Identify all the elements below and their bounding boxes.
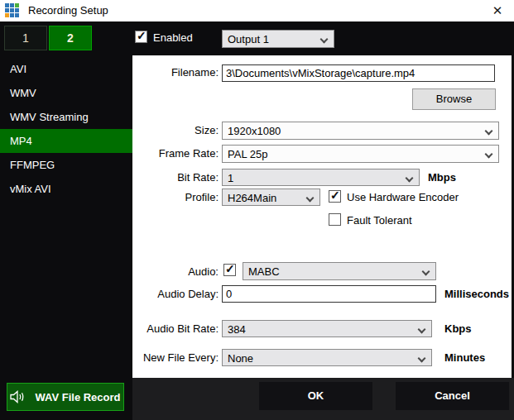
use-hardware-encoder-checkbox[interactable]	[329, 190, 341, 203]
audio-delay-label: Audio Delay:	[132, 288, 219, 300]
title-bar: Recording Setup ✕	[0, 0, 514, 21]
settings-panel: Filename: Browse Size: 1920x1080 Frame R…	[132, 55, 512, 378]
chevron-down-icon	[422, 268, 430, 276]
chevron-down-icon	[406, 174, 414, 183]
sidebar-item-ffmpeg[interactable]: FFMPEG	[0, 153, 132, 177]
use-hardware-encoder-label: Use Hardware Encoder	[347, 191, 459, 203]
profile-label: Profile:	[132, 191, 219, 203]
filename-input[interactable]	[222, 64, 495, 82]
bit-rate-label: Bit Rate:	[132, 171, 219, 184]
audio-checkbox[interactable]	[223, 264, 236, 276]
cancel-button[interactable]: Cancel	[396, 382, 509, 410]
chevron-down-icon	[306, 194, 315, 203]
chevron-down-icon	[418, 326, 426, 334]
fault-tolerant-label: Fault Tolerant	[347, 214, 412, 227]
chevron-down-icon	[485, 150, 493, 159]
audio-bit-rate-select[interactable]: 384	[222, 320, 432, 337]
wav-file-record-label: WAV File Record	[35, 391, 120, 403]
audio-delay-input[interactable]	[222, 285, 436, 303]
speaker-icon	[10, 390, 26, 403]
audio-label: Audio:	[132, 265, 219, 278]
recording-setup-dialog: Recording Setup ✕ 1 2 Enabled Output 1 A…	[0, 0, 514, 420]
bit-rate-select[interactable]: 1	[222, 169, 420, 186]
audio-select[interactable]: MABC	[243, 262, 436, 280]
frame-rate-label: Frame Rate:	[132, 147, 219, 160]
sidebar-item-wmv-streaming[interactable]: WMV Streaming	[0, 105, 132, 129]
size-select[interactable]: 1920x1080	[222, 122, 499, 140]
frame-rate-select[interactable]: PAL 25p	[222, 145, 499, 163]
bit-rate-unit: Mbps	[428, 171, 456, 184]
fault-tolerant-checkbox[interactable]	[329, 213, 341, 226]
chevron-down-icon	[418, 355, 426, 363]
new-file-every-unit: Minutes	[444, 351, 485, 364]
enabled-label: Enabled	[153, 31, 193, 44]
sidebar-item-vmix-avi[interactable]: vMix AVI	[0, 177, 132, 201]
audio-bit-rate-label: Audio Bit Rate:	[132, 322, 219, 335]
output-select[interactable]: Output 1	[222, 30, 334, 48]
sidebar-item-mp4[interactable]: MP4	[0, 129, 132, 153]
window-title: Recording Setup	[28, 4, 108, 17]
enabled-checkbox[interactable]	[135, 31, 147, 43]
filename-label: Filename:	[132, 66, 219, 79]
close-icon[interactable]: ✕	[488, 2, 507, 20]
browse-button[interactable]: Browse	[412, 88, 496, 110]
new-file-every-select[interactable]: None	[222, 349, 432, 366]
wav-file-record-button[interactable]: WAV File Record	[7, 383, 124, 411]
ok-button[interactable]: OK	[259, 382, 372, 410]
size-label: Size:	[132, 124, 219, 136]
tab-output-2[interactable]: 2	[49, 26, 92, 50]
chevron-down-icon	[485, 127, 493, 136]
new-file-every-label: New File Every:	[132, 351, 219, 364]
audio-delay-unit: Milliseconds	[444, 288, 509, 300]
audio-bit-rate-unit: Kbps	[444, 322, 472, 335]
sidebar-item-wmv[interactable]: WMV	[0, 81, 132, 105]
sidebar-item-avi[interactable]: AVI	[0, 57, 132, 81]
tab-output-1[interactable]: 1	[4, 26, 47, 50]
chevron-down-icon	[320, 36, 329, 44]
profile-select[interactable]: H264Main	[222, 189, 320, 206]
vmix-logo-icon	[5, 3, 21, 19]
